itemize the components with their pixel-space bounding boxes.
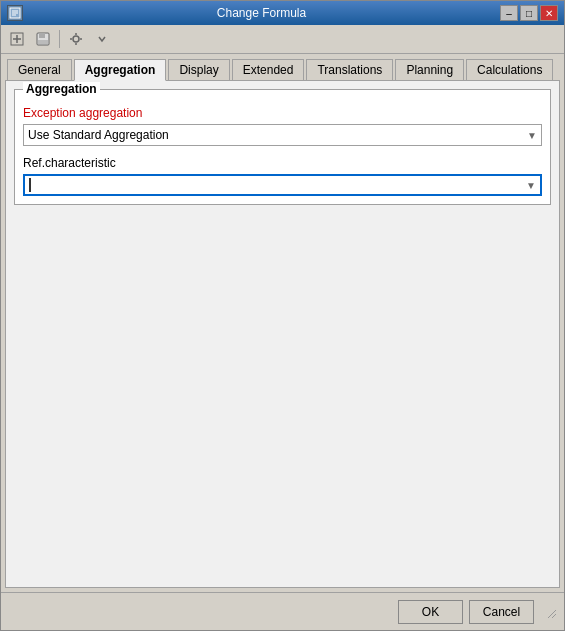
tab-display[interactable]: Display	[168, 59, 229, 81]
content-area: Aggregation Exception aggregation Use St…	[5, 80, 560, 588]
tab-aggregation[interactable]: Aggregation	[74, 59, 167, 81]
save-icon	[35, 31, 51, 47]
minimize-button[interactable]: –	[500, 5, 518, 21]
aggregation-group: Aggregation Exception aggregation Use St…	[14, 89, 551, 205]
cancel-button[interactable]: Cancel	[469, 600, 534, 624]
cursor-icon	[29, 178, 31, 192]
svg-rect-9	[38, 40, 48, 44]
ref-input[interactable]: ▼	[23, 174, 542, 196]
tab-translations[interactable]: Translations	[306, 59, 393, 81]
tab-calculations[interactable]: Calculations	[466, 59, 553, 81]
paint-icon	[9, 31, 25, 47]
save-button[interactable]	[31, 28, 55, 50]
toolbar	[1, 25, 564, 54]
svg-line-12	[552, 614, 556, 618]
main-window: Change Formula – □ ✕	[0, 0, 565, 631]
tab-planning[interactable]: Planning	[395, 59, 464, 81]
title-bar: Change Formula – □ ✕	[1, 1, 564, 25]
tab-general[interactable]: General	[7, 59, 72, 81]
chevron-down-icon	[98, 35, 106, 43]
bottom-bar: OK Cancel	[1, 592, 564, 630]
chevron-down-icon-ref: ▼	[526, 180, 536, 191]
settings-icon	[68, 31, 84, 47]
window-icon	[7, 5, 23, 21]
tab-extended[interactable]: Extended	[232, 59, 305, 81]
resize-grip-icon	[544, 606, 556, 618]
window-controls: – □ ✕	[500, 5, 558, 21]
exception-dropdown-value: Use Standard Aggregation	[28, 128, 169, 142]
exception-dropdown[interactable]: Use Standard Aggregation ▼	[23, 124, 542, 146]
chevron-down-icon: ▼	[527, 130, 537, 141]
svg-point-10	[73, 36, 79, 42]
settings-button[interactable]	[64, 28, 88, 50]
ref-label: Ref.characteristic	[23, 156, 542, 170]
aggregation-group-label: Aggregation	[23, 82, 100, 96]
paint-button[interactable]	[5, 28, 29, 50]
exception-label: Exception aggregation	[23, 106, 542, 120]
tabs-bar: General Aggregation Display Extended Tra…	[1, 54, 564, 80]
dropdown-button[interactable]	[90, 28, 114, 50]
ok-button[interactable]: OK	[398, 600, 463, 624]
close-button[interactable]: ✕	[540, 5, 558, 21]
svg-line-11	[548, 610, 556, 618]
maximize-button[interactable]: □	[520, 5, 538, 21]
svg-rect-8	[39, 33, 45, 38]
window-title: Change Formula	[23, 6, 500, 20]
toolbar-separator	[59, 30, 60, 48]
